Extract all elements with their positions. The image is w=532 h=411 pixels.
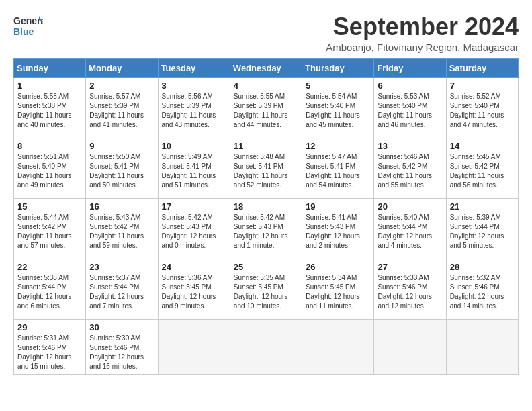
day-number: 8	[17, 141, 82, 151]
day-number: 27	[378, 262, 442, 272]
day-number: 7	[450, 81, 515, 91]
day-number: 9	[89, 141, 154, 151]
calendar-header-sunday: Sunday	[14, 58, 86, 77]
calendar-day-cell: 29 Sunrise: 5:31 AMSunset: 5:46 PMDaylig…	[14, 319, 86, 374]
day-number: 2	[89, 81, 154, 91]
calendar-header-saturday: Saturday	[446, 58, 518, 77]
day-info: Sunrise: 5:39 AMSunset: 5:44 PMDaylight:…	[450, 213, 515, 250]
day-number: 4	[234, 81, 298, 91]
day-info: Sunrise: 5:49 AMSunset: 5:41 PMDaylight:…	[162, 152, 226, 190]
calendar-day-cell: 17 Sunrise: 5:42 AMSunset: 5:43 PMDaylig…	[158, 198, 230, 259]
calendar-day-cell: 28 Sunrise: 5:32 AMSunset: 5:46 PMDaylig…	[446, 259, 518, 319]
logo-svg: General Blue	[13, 13, 43, 38]
calendar-day-cell: 16 Sunrise: 5:43 AMSunset: 5:42 PMDaylig…	[86, 198, 158, 259]
day-info: Sunrise: 5:31 AMSunset: 5:46 PMDaylight:…	[17, 334, 82, 371]
day-info: Sunrise: 5:42 AMSunset: 5:43 PMDaylight:…	[162, 213, 226, 250]
calendar-day-cell: 19 Sunrise: 5:41 AMSunset: 5:43 PMDaylig…	[302, 198, 374, 259]
calendar-header-tuesday: Tuesday	[158, 58, 230, 77]
day-number: 28	[450, 262, 515, 272]
day-number: 16	[89, 201, 154, 212]
svg-text:Blue: Blue	[13, 26, 34, 37]
day-info: Sunrise: 5:47 AMSunset: 5:41 PMDaylight:…	[306, 152, 370, 190]
calendar-week-row: 29 Sunrise: 5:31 AMSunset: 5:46 PMDaylig…	[14, 319, 519, 374]
day-number: 25	[234, 262, 298, 272]
day-number: 17	[162, 201, 226, 212]
day-info: Sunrise: 5:40 AMSunset: 5:44 PMDaylight:…	[378, 213, 442, 250]
day-number: 3	[162, 81, 226, 91]
day-info: Sunrise: 5:33 AMSunset: 5:46 PMDaylight:…	[378, 273, 442, 311]
day-info: Sunrise: 5:42 AMSunset: 5:43 PMDaylight:…	[234, 213, 298, 250]
calendar-day-cell: 20 Sunrise: 5:40 AMSunset: 5:44 PMDaylig…	[374, 198, 446, 259]
calendar-header-monday: Monday	[86, 58, 158, 77]
day-number: 29	[17, 322, 82, 332]
day-info: Sunrise: 5:46 AMSunset: 5:42 PMDaylight:…	[378, 152, 442, 190]
calendar-week-row: 8 Sunrise: 5:51 AMSunset: 5:40 PMDayligh…	[14, 138, 519, 198]
day-info: Sunrise: 5:48 AMSunset: 5:41 PMDaylight:…	[234, 152, 298, 190]
svg-text:General: General	[13, 15, 43, 26]
day-number: 12	[306, 141, 370, 151]
day-info: Sunrise: 5:43 AMSunset: 5:42 PMDaylight:…	[89, 213, 154, 250]
day-info: Sunrise: 5:38 AMSunset: 5:44 PMDaylight:…	[17, 273, 82, 311]
day-number: 18	[234, 201, 298, 212]
calendar-day-cell: 22 Sunrise: 5:38 AMSunset: 5:44 PMDaylig…	[14, 259, 86, 319]
day-number: 1	[17, 81, 82, 91]
day-info: Sunrise: 5:41 AMSunset: 5:43 PMDaylight:…	[306, 213, 370, 250]
day-number: 10	[162, 141, 226, 151]
day-number: 22	[17, 262, 82, 272]
calendar-day-cell: 27 Sunrise: 5:33 AMSunset: 5:46 PMDaylig…	[374, 259, 446, 319]
day-info: Sunrise: 5:58 AMSunset: 5:38 PMDaylight:…	[17, 92, 82, 130]
day-info: Sunrise: 5:54 AMSunset: 5:40 PMDaylight:…	[306, 92, 370, 130]
calendar-week-row: 22 Sunrise: 5:38 AMSunset: 5:44 PMDaylig…	[14, 259, 519, 319]
calendar-day-cell: 30 Sunrise: 5:30 AMSunset: 5:46 PMDaylig…	[86, 319, 158, 374]
calendar-day-cell: 8 Sunrise: 5:51 AMSunset: 5:40 PMDayligh…	[14, 138, 86, 198]
calendar-week-row: 1 Sunrise: 5:58 AMSunset: 5:38 PMDayligh…	[14, 77, 519, 138]
location-subtitle: Amboanjo, Fitovinany Region, Madagascar	[326, 42, 519, 53]
calendar-day-cell: 9 Sunrise: 5:50 AMSunset: 5:41 PMDayligh…	[86, 138, 158, 198]
calendar-day-cell: 26 Sunrise: 5:34 AMSunset: 5:45 PMDaylig…	[302, 259, 374, 319]
calendar-day-cell: 4 Sunrise: 5:55 AMSunset: 5:39 PMDayligh…	[230, 77, 302, 138]
day-number: 13	[378, 141, 442, 151]
calendar-header-thursday: Thursday	[302, 58, 374, 77]
calendar-day-cell	[158, 319, 230, 374]
day-number: 23	[89, 262, 154, 272]
calendar-day-cell: 25 Sunrise: 5:35 AMSunset: 5:45 PMDaylig…	[230, 259, 302, 319]
day-info: Sunrise: 5:53 AMSunset: 5:40 PMDaylight:…	[378, 92, 442, 130]
calendar-day-cell: 10 Sunrise: 5:49 AMSunset: 5:41 PMDaylig…	[158, 138, 230, 198]
title-block: September 2024 Amboanjo, Fitovinany Regi…	[326, 13, 519, 53]
calendar-day-cell: 5 Sunrise: 5:54 AMSunset: 5:40 PMDayligh…	[302, 77, 374, 138]
calendar-day-cell: 6 Sunrise: 5:53 AMSunset: 5:40 PMDayligh…	[374, 77, 446, 138]
calendar-day-cell: 15 Sunrise: 5:44 AMSunset: 5:42 PMDaylig…	[14, 198, 86, 259]
calendar-day-cell	[230, 319, 302, 374]
day-info: Sunrise: 5:34 AMSunset: 5:45 PMDaylight:…	[306, 273, 370, 311]
day-info: Sunrise: 5:51 AMSunset: 5:40 PMDaylight:…	[17, 152, 82, 190]
day-number: 11	[234, 141, 298, 151]
day-number: 26	[306, 262, 370, 272]
day-info: Sunrise: 5:30 AMSunset: 5:46 PMDaylight:…	[89, 334, 154, 371]
day-number: 15	[17, 201, 82, 212]
day-info: Sunrise: 5:32 AMSunset: 5:46 PMDaylight:…	[450, 273, 515, 311]
month-title: September 2024	[326, 13, 519, 40]
calendar-day-cell: 21 Sunrise: 5:39 AMSunset: 5:44 PMDaylig…	[446, 198, 518, 259]
calendar-day-cell: 1 Sunrise: 5:58 AMSunset: 5:38 PMDayligh…	[14, 77, 86, 138]
calendar-day-cell: 7 Sunrise: 5:52 AMSunset: 5:40 PMDayligh…	[446, 77, 518, 138]
day-number: 24	[162, 262, 226, 272]
day-info: Sunrise: 5:55 AMSunset: 5:39 PMDaylight:…	[234, 92, 298, 130]
day-info: Sunrise: 5:36 AMSunset: 5:45 PMDaylight:…	[162, 273, 226, 311]
calendar-week-row: 15 Sunrise: 5:44 AMSunset: 5:42 PMDaylig…	[14, 198, 519, 259]
calendar-day-cell: 12 Sunrise: 5:47 AMSunset: 5:41 PMDaylig…	[302, 138, 374, 198]
day-info: Sunrise: 5:52 AMSunset: 5:40 PMDaylight:…	[450, 92, 515, 130]
calendar-day-cell	[374, 319, 446, 374]
day-info: Sunrise: 5:50 AMSunset: 5:41 PMDaylight:…	[89, 152, 154, 190]
day-info: Sunrise: 5:56 AMSunset: 5:39 PMDaylight:…	[162, 92, 226, 130]
day-info: Sunrise: 5:37 AMSunset: 5:44 PMDaylight:…	[89, 273, 154, 311]
calendar-table: SundayMondayTuesdayWednesdayThursdayFrid…	[13, 58, 519, 375]
day-number: 14	[450, 141, 515, 151]
day-number: 6	[378, 81, 442, 91]
calendar-day-cell: 13 Sunrise: 5:46 AMSunset: 5:42 PMDaylig…	[374, 138, 446, 198]
calendar-day-cell: 24 Sunrise: 5:36 AMSunset: 5:45 PMDaylig…	[158, 259, 230, 319]
calendar-header-friday: Friday	[374, 58, 446, 77]
day-info: Sunrise: 5:44 AMSunset: 5:42 PMDaylight:…	[17, 213, 82, 250]
calendar-day-cell: 14 Sunrise: 5:45 AMSunset: 5:42 PMDaylig…	[446, 138, 518, 198]
calendar-day-cell: 3 Sunrise: 5:56 AMSunset: 5:39 PMDayligh…	[158, 77, 230, 138]
day-number: 5	[306, 81, 370, 91]
